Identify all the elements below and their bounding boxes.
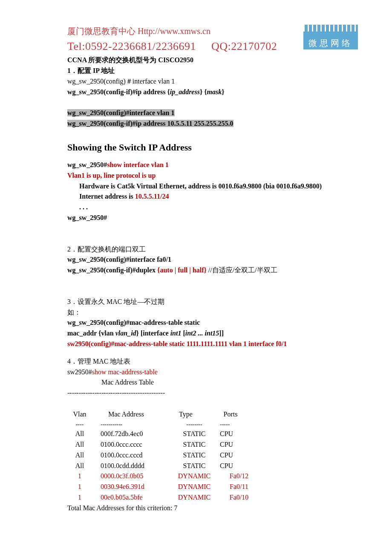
text: } [222, 88, 224, 95]
param: vlan_id [115, 330, 136, 337]
table-row: 10030.94e6.391dDYNAMICFa0/11 [67, 482, 358, 492]
table-title: Mac Address Table [67, 377, 358, 388]
logo: 微思网络 [303, 25, 358, 49]
param: int2 ... int15 [185, 330, 219, 337]
text: 3．设置永久 MAC 地址 [67, 298, 137, 305]
col-ports: Ports [211, 409, 250, 420]
cell-vlan: All [67, 461, 92, 471]
text: } { [200, 88, 207, 95]
intro-title: CCNA 所要求的交换机型号为 CISCO2950 [67, 55, 358, 66]
cmd-line: wg_sw_2950(config)#interface fa0/1 [67, 254, 358, 265]
highlighted-cmd: wg_sw_2950(config-if)#ip address 10.5.5.… [67, 119, 358, 129]
command: show interface vlan 1 [107, 161, 168, 168]
highlighted-cmd: wg_sw_2950(config)#interface vlan 1 [67, 108, 358, 119]
prompt: wg_sw_2950# [67, 161, 107, 168]
cell-vlan: 1 [67, 492, 92, 503]
table-row: All0100.0ccc.cccdSTATICCPU [67, 450, 358, 461]
command: show mac-address-table [92, 368, 158, 376]
cell-mac: 0000.0c3f.0b05 [92, 471, 169, 482]
ip-address: 10.5.5.11/24 [135, 193, 169, 200]
col-type: Type [160, 409, 211, 420]
table-row: All000f.72db.4ec0STATICCPU [67, 429, 358, 439]
logo-text: 微思网络 [308, 38, 353, 48]
cell-mac: 0100.0ccc.cccd [92, 450, 169, 461]
text: wg_sw_2950(config-if)#ip address 10.5.5.… [67, 120, 233, 127]
comment: //自适应/全双工/半双工 [208, 266, 277, 274]
cell-type: DYNAMIC [169, 482, 220, 492]
text: wg_sw_2950(config-if)#ip address { [67, 88, 170, 95]
col-vlan: Vlan [67, 409, 92, 420]
cell-type: DYNAMIC [169, 492, 220, 503]
output-line: Internet address is 10.5.5.11/24 [67, 191, 358, 202]
dash: -------- [169, 420, 220, 429]
section3: 3．设置永久 MAC 地址—不过期 如： wg_sw_2950(config)#… [67, 286, 358, 350]
output-line: Vlan1 is up, line protocol is up [67, 171, 358, 181]
cell-type: STATIC [169, 461, 220, 471]
col-mac: Mac Address [92, 409, 160, 420]
cell-type: STATIC [169, 429, 220, 439]
table-body: All000f.72db.4ec0STATICCPUAll0100.0ccc.c… [67, 429, 358, 503]
dash: ---- [67, 420, 92, 429]
cell-mac: 0100.0cdd.dddd [92, 461, 169, 471]
cell-mac: 00e0.b05a.5bfe [92, 492, 169, 503]
text: mac_addr {vlan [67, 330, 115, 337]
output-line: Hardware is Cat5k Virtual Ethernet, addr… [67, 181, 358, 192]
qq: QQ:22170702 [211, 40, 277, 52]
table-row: 10000.0c3f.0b05DYNAMICFa0/12 [67, 471, 358, 482]
cell-mac: 0030.94e6.391d [92, 482, 169, 492]
text: wg_sw_2950(config-if)#duplex [67, 266, 157, 274]
cell-ports: CPU [220, 439, 258, 450]
header-line2: Tel:0592-2236681/2236691QQ:22170702 [67, 38, 277, 55]
table-row: All0100.0cdd.ddddSTATICCPU [67, 461, 358, 471]
document-page: 厦门微思教育中心 Http://www.xmws.cn Tel:0592-223… [0, 0, 392, 539]
cell-ports: CPU [220, 429, 258, 439]
section1-title: 1．配置 IP 地址 [67, 66, 358, 76]
cell-ports: Fa0/11 [220, 482, 258, 492]
section-heading: Showing the Switch IP Address [67, 140, 358, 155]
cell-ports: Fa0/12 [220, 471, 258, 482]
cmd-line: wg_sw_2950(config-if)#ip address {ip_add… [67, 87, 358, 98]
cmd-line: wg_sw_2950(config)＃interface vlan 1 [67, 76, 358, 87]
cmd-line: wg_sw_2950(config-if)#duplex {auto | ful… [67, 265, 358, 276]
cell-vlan: All [67, 450, 92, 461]
cell-vlan: 1 [67, 471, 92, 482]
cmd-line: mac_addr {vlan vlan_id} [interface int1 … [67, 328, 358, 339]
param: mask [207, 88, 222, 95]
header-line1: 厦门微思教育中心 Http://www.xmws.cn [67, 25, 277, 38]
dash: ----------- [92, 420, 169, 429]
cmd-line: wg_sw_2950#show interface vlan 1 [67, 160, 358, 171]
cell-mac: 0100.0ccc.cccc [92, 439, 169, 450]
cell-vlan: All [67, 439, 92, 450]
ellipsis: . . . [67, 202, 358, 213]
cell-vlan: 1 [67, 482, 92, 492]
param: ip_address [170, 88, 200, 95]
text: 如： [67, 307, 358, 318]
text: —不过期 [137, 298, 164, 305]
org-name: 厦门微思教育中心 [67, 26, 135, 36]
dash: ----- [220, 420, 258, 429]
section4-title: 4．管理 MAC 地址表 [67, 356, 358, 367]
section2-title: 2．配置交换机的端口双工 [67, 244, 358, 255]
section4: 4．管理 MAC 地址表 sw2950#show mac-address-tab… [67, 356, 358, 514]
text: } [interface [136, 330, 170, 337]
cell-ports: CPU [220, 461, 258, 471]
tel: Tel:0592-2236681/2236691 [67, 40, 196, 52]
cell-type: STATIC [169, 450, 220, 461]
header-text: 厦门微思教育中心 Http://www.xmws.cn Tel:0592-223… [67, 25, 277, 55]
table-row: 100e0.b05a.5bfeDYNAMICFa0/10 [67, 492, 358, 503]
table-header-divider: ---- ----------- -------- ----- [67, 420, 358, 429]
page-header: 厦门微思教育中心 Http://www.xmws.cn Tel:0592-223… [67, 25, 358, 55]
cell-ports: Fa0/10 [220, 492, 258, 503]
table-header: Vlan Mac Address Type Ports [67, 409, 358, 420]
cmd-line: wg_sw_2950(config)#mac-address-table sta… [67, 318, 358, 328]
text: wg_sw_2950(config)#interface vlan 1 [67, 109, 175, 116]
cmd-line: sw2950#show mac-address-table [67, 367, 358, 378]
mac-address-table: Vlan Mac Address Type Ports ---- -------… [67, 409, 358, 503]
cmd-example: sw2950(config)#mac-address-table static … [67, 339, 358, 350]
table-row: All0100.0ccc.ccccSTATICCPU [67, 439, 358, 450]
org-url: Http://www.xmws.cn [138, 26, 210, 36]
divider: ----------------------------------------… [67, 388, 358, 399]
options: {auto | full | half} [157, 266, 208, 274]
cell-type: DYNAMIC [169, 471, 220, 482]
cell-vlan: All [67, 429, 92, 439]
